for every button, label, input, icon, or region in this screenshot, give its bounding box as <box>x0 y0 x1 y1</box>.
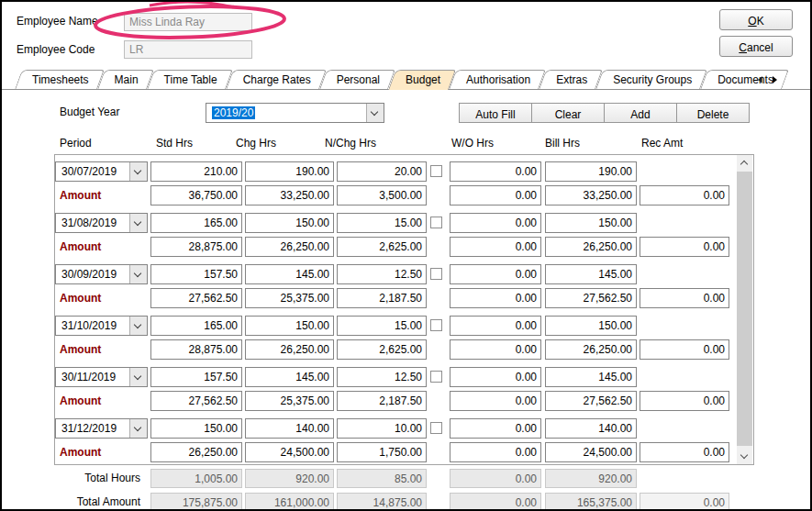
wo-hrs-input[interactable] <box>450 213 541 233</box>
nchg-amount-input[interactable] <box>337 391 427 411</box>
chevron-down-icon[interactable] <box>129 265 147 283</box>
cancel-button[interactable]: Cancel <box>719 36 793 57</box>
ok-button[interactable]: OK <box>719 9 793 30</box>
std-amount-input[interactable] <box>150 237 242 257</box>
rec-amount-input[interactable] <box>640 391 729 411</box>
bill-amount-input[interactable] <box>545 339 637 360</box>
wo-hrs-input[interactable] <box>450 367 541 387</box>
wo-hrs-input[interactable] <box>450 264 541 284</box>
delete-button[interactable]: Delete <box>676 103 750 123</box>
wo-hrs-input[interactable] <box>450 316 541 336</box>
std-hrs-input[interactable] <box>150 316 242 336</box>
tab-personal[interactable]: Personal <box>323 70 392 89</box>
wo-checkbox[interactable] <box>430 422 442 434</box>
wo-amount-input[interactable] <box>450 442 541 462</box>
chg-hrs-input[interactable] <box>245 161 334 182</box>
rec-amount-input[interactable] <box>640 237 729 257</box>
chg-amount-input[interactable] <box>245 391 334 411</box>
std-hrs-input[interactable] <box>150 418 242 439</box>
bill-hrs-input[interactable] <box>545 316 637 336</box>
add-button[interactable]: Add <box>604 103 677 123</box>
budget-year-dropdown[interactable]: 2019/20 <box>206 103 384 123</box>
tab-security-groups[interactable]: Security Groups <box>599 70 704 89</box>
chevron-down-icon[interactable] <box>129 214 147 232</box>
rec-amount-input[interactable] <box>640 339 729 360</box>
wo-hrs-input[interactable] <box>450 161 541 182</box>
wo-amount-input[interactable] <box>450 288 541 308</box>
wo-checkbox[interactable] <box>430 371 442 383</box>
tab-timesheets[interactable]: Timesheets <box>18 70 101 89</box>
period-dropdown[interactable]: 31/12/2019 <box>55 418 148 439</box>
chg-hrs-input[interactable] <box>245 316 334 336</box>
chg-amount-input[interactable] <box>245 442 334 462</box>
std-hrs-input[interactable] <box>150 367 242 387</box>
period-dropdown[interactable]: 31/10/2019 <box>55 316 148 336</box>
wo-checkbox[interactable] <box>430 268 442 280</box>
wo-checkbox[interactable] <box>430 319 442 331</box>
bill-amount-input[interactable] <box>545 442 637 462</box>
std-hrs-input[interactable] <box>150 161 242 182</box>
wo-amount-input[interactable] <box>450 391 541 411</box>
employee-code-field[interactable] <box>124 40 252 59</box>
std-amount-input[interactable] <box>150 339 242 360</box>
nchg-hrs-input[interactable] <box>337 264 427 284</box>
nchg-hrs-input[interactable] <box>337 316 427 336</box>
tab-charge-rates[interactable]: Charge Rates <box>229 70 323 89</box>
nchg-hrs-input[interactable] <box>337 161 427 182</box>
chg-hrs-input[interactable] <box>245 418 334 439</box>
nchg-amount-input[interactable] <box>337 339 427 360</box>
chg-hrs-input[interactable] <box>245 264 334 284</box>
tab-budget[interactable]: Budget <box>392 70 452 89</box>
nchg-amount-input[interactable] <box>337 288 427 308</box>
bill-amount-input[interactable] <box>545 237 637 257</box>
wo-checkbox[interactable] <box>430 217 442 228</box>
bill-hrs-input[interactable] <box>545 418 637 439</box>
nchg-amount-input[interactable] <box>337 442 427 462</box>
period-dropdown[interactable]: 30/09/2019 <box>55 264 148 284</box>
rec-amount-input[interactable] <box>640 442 729 462</box>
rec-amount-input[interactable] <box>640 185 729 206</box>
chevron-down-icon[interactable] <box>129 317 147 335</box>
bill-hrs-input[interactable] <box>545 213 637 233</box>
bill-hrs-input[interactable] <box>545 161 637 182</box>
period-dropdown[interactable]: 31/08/2019 <box>55 213 148 233</box>
tab-authorisation[interactable]: Authorisation <box>452 70 542 89</box>
bill-hrs-input[interactable] <box>545 367 637 387</box>
chevron-down-icon[interactable] <box>129 368 147 386</box>
period-dropdown[interactable]: 30/07/2019 <box>55 161 148 182</box>
bill-hrs-input[interactable] <box>545 264 637 284</box>
std-hrs-input[interactable] <box>150 213 242 233</box>
chevron-down-icon[interactable] <box>129 419 147 438</box>
clear-button[interactable]: Clear <box>531 103 605 123</box>
chg-hrs-input[interactable] <box>245 213 334 233</box>
rec-amount-input[interactable] <box>640 288 729 308</box>
std-hrs-input[interactable] <box>150 264 242 284</box>
wo-hrs-input[interactable] <box>450 418 541 439</box>
bill-amount-input[interactable] <box>545 391 637 411</box>
chg-amount-input[interactable] <box>245 288 334 308</box>
chg-amount-input[interactable] <box>245 185 334 206</box>
nchg-hrs-input[interactable] <box>337 367 427 387</box>
bill-amount-input[interactable] <box>545 288 637 308</box>
tab-time-table[interactable]: Time Table <box>150 70 229 89</box>
std-amount-input[interactable] <box>150 185 242 206</box>
wo-amount-input[interactable] <box>450 339 541 360</box>
nchg-hrs-input[interactable] <box>337 213 427 233</box>
chg-amount-input[interactable] <box>245 339 334 360</box>
auto-fill-button[interactable]: Auto Fill <box>459 103 532 123</box>
tab-documents[interactable]: Documents <box>704 70 785 89</box>
nchg-hrs-input[interactable] <box>337 418 427 439</box>
nchg-amount-input[interactable] <box>337 237 427 257</box>
tab-extras[interactable]: Extras <box>542 70 599 89</box>
std-amount-input[interactable] <box>150 442 242 462</box>
employee-name-field[interactable] <box>124 13 252 31</box>
chg-amount-input[interactable] <box>245 237 334 257</box>
period-dropdown[interactable]: 30/11/2019 <box>55 367 148 387</box>
std-amount-input[interactable] <box>150 391 242 411</box>
chevron-down-icon[interactable] <box>129 162 147 181</box>
tab-main[interactable]: Main <box>101 70 150 89</box>
bill-amount-input[interactable] <box>545 185 637 206</box>
nchg-amount-input[interactable] <box>337 185 427 206</box>
wo-amount-input[interactable] <box>450 237 541 257</box>
chg-hrs-input[interactable] <box>245 367 334 387</box>
